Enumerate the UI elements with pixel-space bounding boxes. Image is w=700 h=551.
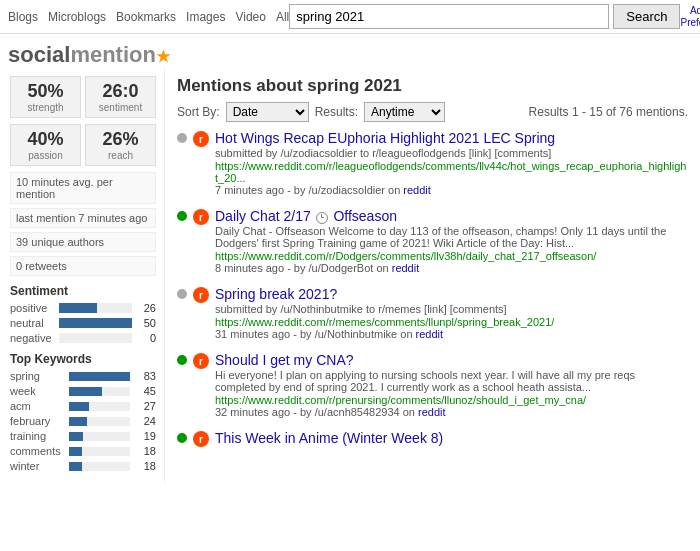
result-title: Daily Chat 2/17 Offseason	[215, 208, 688, 224]
logo-bar: socialmention★	[0, 34, 700, 68]
results-label: Results:	[315, 105, 358, 119]
reddit-link[interactable]: reddit	[403, 184, 431, 196]
sentiment-row-label: positive	[10, 302, 55, 314]
svg-text:r: r	[199, 134, 203, 145]
stats-row-1: 50% strength 26:0 sentiment	[10, 76, 156, 118]
search-button[interactable]: Search	[613, 4, 680, 29]
sidebar-info-list: 10 minutes avg. per mentionlast mention …	[10, 172, 156, 276]
sort-by-select[interactable]: DateRelevance	[226, 102, 309, 122]
result-url: https://www.reddit.com/r/leagueoflodgend…	[215, 160, 688, 184]
result-title-link[interactable]: This Week in Anime (Winter Week 8)	[215, 430, 443, 446]
reddit-icon: r	[193, 131, 209, 147]
sentiment-row-label: negative	[10, 332, 55, 344]
reddit-icon: r	[193, 209, 209, 225]
result-title-link[interactable]: Hot Wings Recap EUphoria Highlight 2021 …	[215, 130, 555, 146]
keyword-bar-fill	[69, 462, 82, 471]
keyword-bar-bg	[69, 387, 130, 396]
sidebar-info-item: last mention 7 minutes ago	[10, 208, 156, 228]
nav-link-bookmarks[interactable]: Bookmarks	[116, 10, 176, 24]
keyword-row-comments: comments 18	[10, 445, 156, 457]
keyword-label: spring	[10, 370, 65, 382]
sentiment-row-count: 50	[136, 317, 156, 329]
keyword-bar-fill	[69, 372, 130, 381]
sidebar: 50% strength 26:0 sentiment 40% passion …	[0, 68, 165, 483]
result-body: Hot Wings Recap EUphoria Highlight 2021 …	[215, 130, 688, 196]
result-item: r Should I get my CNA? Hi everyone! I pl…	[177, 352, 688, 418]
keyword-count: 24	[134, 415, 156, 427]
sidebar-info-item: 0 retweets	[10, 256, 156, 276]
passion-stat: 40% passion	[10, 124, 81, 166]
keyword-bar-bg	[69, 432, 130, 441]
stats-row-2: 40% passion 26% reach	[10, 124, 156, 166]
result-body: This Week in Anime (Winter Week 8)	[215, 430, 688, 446]
search-input[interactable]	[289, 4, 609, 29]
nav-link-blogs[interactable]: Blogs	[8, 10, 38, 24]
result-title-link[interactable]: Spring break 2021?	[215, 286, 337, 302]
result-item: r Hot Wings Recap EUphoria Highlight 202…	[177, 130, 688, 196]
keyword-label: comments	[10, 445, 65, 457]
keyword-label: winter	[10, 460, 65, 472]
keyword-count: 45	[134, 385, 156, 397]
results-info: Results 1 - 15 of 76 mentions.	[529, 105, 688, 119]
svg-text:r: r	[199, 290, 203, 301]
svg-text:r: r	[199, 212, 203, 223]
result-title: Spring break 2021?	[215, 286, 688, 302]
keyword-label: acm	[10, 400, 65, 412]
svg-text:r: r	[199, 434, 203, 445]
result-body: Spring break 2021? submitted by /u/Nothi…	[215, 286, 688, 340]
sort-by-label: Sort By:	[177, 105, 220, 119]
sentiment-value: 26:0	[88, 81, 153, 102]
result-url: https://www.reddit.com/r/Dodgers/comment…	[215, 250, 688, 262]
reach-label: reach	[88, 150, 153, 161]
reddit-link[interactable]: reddit	[392, 262, 420, 274]
sentiment-row-positive: positive 26	[10, 302, 156, 314]
keyword-bar-bg	[69, 372, 130, 381]
keyword-row-spring: spring 83	[10, 370, 156, 382]
keyword-label: week	[10, 385, 65, 397]
nav-link-images[interactable]: Images	[186, 10, 225, 24]
sort-bar: Sort By: DateRelevance Results: AnytimeL…	[177, 102, 688, 122]
results-select[interactable]: AnytimeLast hourLast dayLast week	[364, 102, 445, 122]
keyword-row-training: training 19	[10, 430, 156, 442]
sentiment-bar-bg	[59, 318, 132, 328]
advanced-preferences-link[interactable]: Advanced Preferences	[680, 5, 700, 29]
reach-stat: 26% reach	[85, 124, 156, 166]
sentiment-bar-fill	[59, 303, 97, 313]
sentiment-stat: 26:0 sentiment	[85, 76, 156, 118]
nav-links: BlogsMicroblogsBookmarksImagesVideoAll	[8, 10, 289, 24]
result-url: https://www.reddit.com/r/memes/comments/…	[215, 316, 688, 328]
result-body: Should I get my CNA? Hi everyone! I plan…	[215, 352, 688, 418]
sidebar-info-item: 10 minutes avg. per mention	[10, 172, 156, 204]
logo: socialmention★	[8, 42, 170, 68]
result-title-link[interactable]: Should I get my CNA?	[215, 352, 354, 368]
result-time: 8 minutes ago - by /u/DodgerBot on reddi…	[215, 262, 688, 274]
result-dot	[177, 289, 187, 299]
keyword-bar-fill	[69, 417, 87, 426]
sentiment-bars: positive 26 neutral 50 negative 0	[10, 302, 156, 344]
reddit-link[interactable]: reddit	[418, 406, 446, 418]
result-title-link[interactable]: Daily Chat 2/17	[215, 208, 311, 224]
keyword-count: 83	[134, 370, 156, 382]
result-item: r Spring break 2021? submitted by /u/Not…	[177, 286, 688, 340]
sentiment-row-neutral: neutral 50	[10, 317, 156, 329]
sentiment-row-count: 0	[136, 332, 156, 344]
result-title: Hot Wings Recap EUphoria Highlight 2021 …	[215, 130, 688, 146]
reddit-icon: r	[193, 431, 209, 447]
nav-link-all[interactable]: All	[276, 10, 289, 24]
nav-link-video[interactable]: Video	[235, 10, 265, 24]
keyword-bar-bg	[69, 447, 130, 456]
sentiment-label: sentiment	[88, 102, 153, 113]
sidebar-info-item: 39 unique authors	[10, 232, 156, 252]
result-title-link2[interactable]: Offseason	[333, 208, 397, 224]
reddit-icon: r	[193, 353, 209, 369]
nav-link-microblogs[interactable]: Microblogs	[48, 10, 106, 24]
svg-text:r: r	[199, 356, 203, 367]
sentiment-row-negative: negative 0	[10, 332, 156, 344]
content-area: Mentions about spring 2021 Sort By: Date…	[165, 68, 700, 483]
result-body: Daily Chat 2/17 Offseason Daily Chat - O…	[215, 208, 688, 274]
reddit-link[interactable]: reddit	[416, 328, 444, 340]
keyword-bar-bg	[69, 402, 130, 411]
keyword-count: 27	[134, 400, 156, 412]
result-dot	[177, 211, 187, 221]
result-time: 7 minutes ago - by /u/zodiacsoldier on r…	[215, 184, 688, 196]
